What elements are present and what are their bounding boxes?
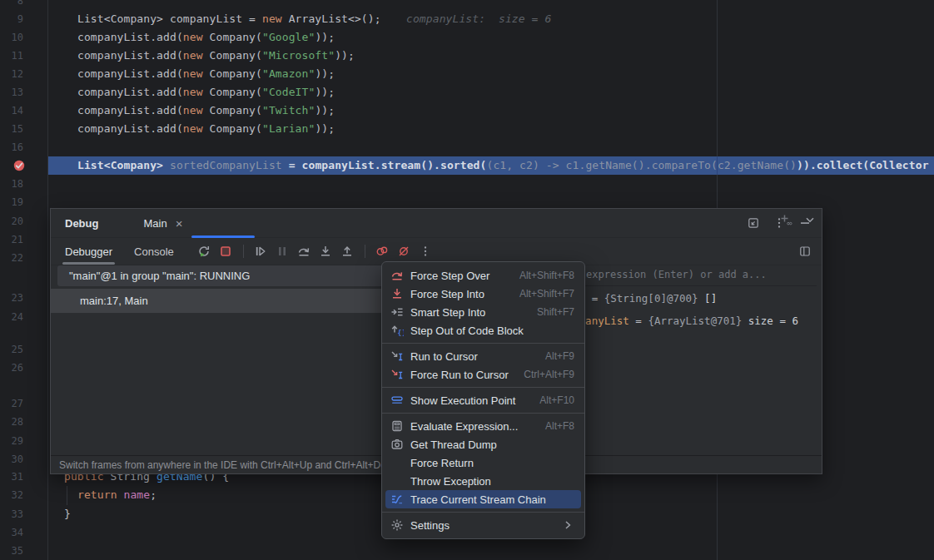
force-step-into-icon	[390, 287, 404, 300]
line-number-29[interactable]: 29	[0, 432, 23, 450]
step-out-button[interactable]	[340, 245, 355, 259]
submenu-chevron-icon	[561, 518, 574, 532]
variable-row[interactable]: companyList = {ArrayList@701} size = 6	[560, 312, 798, 330]
line-number-33[interactable]: 33	[0, 505, 23, 523]
panel-title: Debug	[65, 217, 98, 230]
line-number-13[interactable]: 13	[0, 83, 23, 102]
menu-item-label: Settings	[410, 519, 450, 532]
force-run-to-cursor-icon	[390, 368, 404, 381]
line-number-25[interactable]: 25	[0, 340, 23, 359]
line-number-11[interactable]: 11	[0, 47, 23, 65]
debug-panel-header: Debug Main ×	[51, 209, 822, 238]
menu-item-force-return[interactable]: Force Return	[385, 453, 581, 472]
indent-guide	[67, 486, 67, 505]
empty-icon	[390, 456, 404, 469]
line-number-22[interactable]: 22	[0, 249, 23, 267]
line-number-30[interactable]: 30	[0, 450, 23, 468]
menu-item-label: Trace Current Stream Chain	[410, 493, 546, 506]
line-number-10[interactable]: 10	[0, 28, 23, 47]
stop-button[interactable]	[219, 245, 233, 259]
menu-item-run-to-cursor[interactable]: Run to CursorAlt+F9	[385, 347, 581, 365]
line-number-28[interactable]: 28	[0, 413, 23, 431]
settings-icon	[390, 518, 404, 532]
menu-item-trace-current-stream-chain[interactable]: Trace Current Stream Chain	[385, 490, 581, 508]
line-number-16[interactable]: 16	[0, 138, 23, 156]
menu-separator	[382, 343, 584, 344]
rerun-button[interactable]	[197, 245, 211, 259]
code-line[interactable]: companyList.add(new Company("CodeIT"));	[77, 83, 335, 102]
tab-console[interactable]: Console	[134, 238, 174, 265]
step-over-button[interactable]	[297, 245, 311, 259]
view-breakpoints-button[interactable]	[375, 245, 390, 259]
menu-item-shortcut: Shift+F7	[524, 306, 574, 318]
menu-item-throw-exception[interactable]: Throw Exception	[385, 472, 581, 490]
menu-item-label: Show Execution Point	[410, 394, 515, 407]
line-number-20[interactable]: 20	[0, 212, 23, 230]
force-step-over-icon	[390, 269, 404, 282]
more-vertical-button[interactable]	[419, 245, 433, 259]
code-line[interactable]: }	[64, 505, 71, 523]
line-number-15[interactable]: 15	[0, 120, 23, 138]
line-number-26[interactable]: 26	[0, 359, 23, 377]
stack-frame-text: main:17, Main	[80, 295, 148, 307]
line-number-23[interactable]: 23	[0, 289, 23, 307]
line-number-35[interactable]: 35	[0, 542, 23, 560]
svg-text:{}: {}	[397, 328, 404, 337]
menu-item-force-step-over[interactable]: Force Step OverAlt+Shift+F8	[385, 266, 581, 285]
chevron-down-icon[interactable]	[802, 212, 817, 226]
code-line[interactable]: companyList.add(new Company("Google"));	[77, 28, 335, 47]
menu-item-smart-step-into[interactable]: Smart Step IntoShift+F7	[385, 303, 581, 321]
close-icon[interactable]: ×	[176, 217, 183, 230]
line-number-9[interactable]: 9	[0, 10, 23, 28]
smart-step-into-icon	[390, 305, 404, 319]
line-number-21[interactable]: 21	[0, 230, 23, 249]
menu-item-show-execution-point[interactable]: Show Execution PointAlt+F10	[385, 391, 581, 409]
code-line[interactable]: companyList.add(new Company("Microsoft")…	[77, 47, 355, 65]
pause-button[interactable]	[276, 245, 290, 259]
line-number-32[interactable]: 32	[0, 486, 23, 504]
mute-breakpoints-button[interactable]	[397, 245, 411, 259]
code-line[interactable]: companyList.add(new Company("Twitch"));	[77, 102, 335, 120]
gutter-separator	[47, 0, 48, 560]
menu-item-label: Step Out of Code Block	[410, 325, 524, 337]
menu-item-shortcut: Alt+F10	[526, 394, 574, 406]
line-number-24[interactable]: 24	[0, 308, 23, 326]
menu-separator	[382, 413, 584, 414]
line-number-34[interactable]: 34	[0, 523, 23, 542]
menu-item-shortcut: Alt+F9	[532, 350, 574, 362]
line-number-19[interactable]: 19	[0, 193, 23, 211]
restore-window-icon[interactable]	[746, 216, 760, 230]
menu-item-shortcut: Alt+Shift+F8	[506, 270, 574, 281]
layout-split-icon[interactable]	[798, 245, 812, 258]
execution-line-code[interactable]: List<Company> sortedCompanyList = compan…	[77, 156, 929, 175]
session-tab-main[interactable]: Main ×	[133, 209, 187, 237]
line-number-8[interactable]: 8	[0, 0, 23, 10]
menu-item-force-run-to-cursor[interactable]: Force Run to CursorCtrl+Alt+F9	[385, 365, 581, 384]
menu-item-settings[interactable]: Settings	[385, 516, 581, 534]
resume-button[interactable]	[254, 245, 268, 259]
step-into-button[interactable]	[319, 245, 333, 259]
menu-item-label: Force Step Into	[410, 288, 484, 300]
line-number-12[interactable]: 12	[0, 65, 23, 83]
breakpoint-icon[interactable]	[12, 159, 26, 172]
code-line[interactable]: return name;	[77, 486, 156, 504]
menu-item-label: Force Return	[410, 457, 474, 469]
trace-stream-icon	[390, 493, 404, 506]
line-number-14[interactable]: 14	[0, 102, 23, 120]
menu-item-evaluate-expression[interactable]: Evaluate Expression...Alt+F8	[385, 417, 581, 435]
line-number-31[interactable]: 31	[0, 468, 23, 486]
menu-item-step-out-of-code-block[interactable]: {}Step Out of Code Block	[385, 321, 581, 339]
code-line[interactable]: List<Company> companyList = new ArrayLis…	[77, 10, 381, 28]
line-number-18[interactable]: 18	[0, 175, 23, 193]
debug-toolbar-icons	[197, 245, 433, 259]
menu-item-force-step-into[interactable]: Force Step IntoAlt+Shift+F7	[385, 285, 581, 303]
add-watch-icon[interactable]	[778, 212, 792, 226]
menu-item-get-thread-dump[interactable]: Get Thread Dump	[385, 435, 581, 453]
get-thread-dump-icon	[390, 438, 404, 451]
show-execution-point-icon	[390, 394, 404, 407]
line-number-27[interactable]: 27	[0, 394, 23, 413]
code-line[interactable]: companyList.add(new Company("Larian"));	[77, 120, 335, 138]
empty-icon	[390, 474, 404, 488]
code-line[interactable]: companyList.add(new Company("Amazon"));	[77, 65, 335, 83]
tab-debugger[interactable]: Debugger	[65, 238, 112, 265]
